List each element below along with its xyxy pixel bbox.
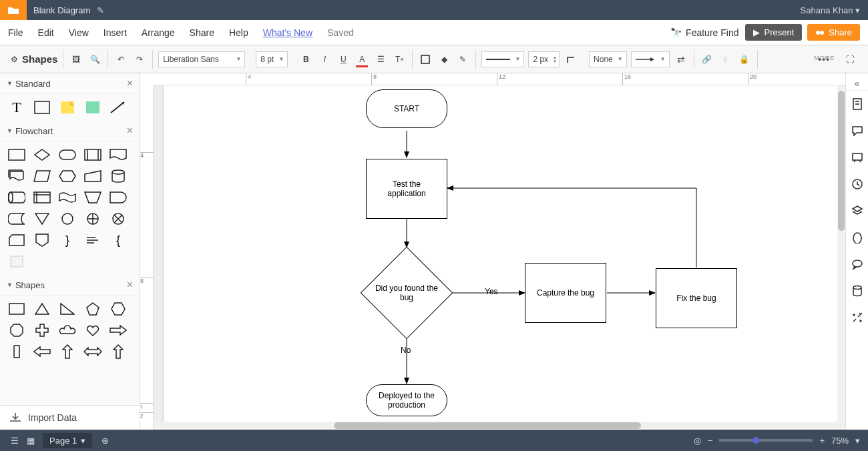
fc-process[interactable] — [7, 147, 27, 163]
fc-connector[interactable] — [57, 211, 77, 227]
fc-offpage[interactable] — [32, 232, 52, 248]
undo-button[interactable]: ↶ — [114, 52, 128, 67]
sh-cloud[interactable] — [57, 322, 77, 338]
collapse-right-panel[interactable]: « — [846, 76, 869, 91]
menu-share[interactable]: Share — [190, 27, 214, 38]
line-width-stepper[interactable]: 2 px — [528, 51, 560, 67]
menu-file[interactable]: File — [8, 27, 23, 38]
magnet-button[interactable]: ⩉ — [718, 52, 733, 67]
present-button[interactable]: ▶ Present — [745, 24, 802, 41]
shapes-panel-toggle[interactable]: Shapes — [22, 53, 57, 65]
shape-text[interactable]: T — [7, 99, 27, 115]
scrollbar-vertical[interactable] — [837, 85, 845, 422]
zoom-reset-icon[interactable]: ◎ — [694, 436, 701, 446]
close-icon[interactable]: × — [127, 279, 133, 291]
panel-head-flowchart[interactable]: ▼ Flowchart × — [0, 121, 140, 141]
insert-image-button[interactable]: 🖼 — [69, 52, 83, 67]
panel-head-shapes[interactable]: ▼ Shapes × — [0, 275, 140, 296]
align-button[interactable]: ☰ — [373, 52, 388, 67]
fc-manual-op[interactable] — [83, 189, 103, 205]
fc-swatch[interactable] — [7, 254, 27, 270]
sh-right-arrow[interactable] — [108, 322, 128, 338]
fc-paper-tape[interactable] — [57, 189, 77, 205]
scrollbar-horizontal[interactable] — [154, 422, 845, 430]
node-fix[interactable]: Fix the bug — [656, 268, 737, 328]
fc-manual-input[interactable] — [83, 168, 103, 184]
drawing-page[interactable]: START Test the application Did you found… — [164, 85, 845, 430]
shape-line-arrow[interactable] — [108, 99, 128, 115]
fc-delay[interactable] — [108, 189, 128, 205]
fc-brace-left[interactable]: { — [108, 232, 128, 248]
shape-note[interactable] — [57, 99, 77, 115]
fc-document[interactable] — [108, 147, 128, 163]
fc-or[interactable] — [83, 211, 103, 227]
sh-up-arrow2[interactable] — [108, 344, 128, 360]
bold-button[interactable]: B — [298, 52, 313, 67]
sh-heart[interactable] — [83, 322, 103, 338]
home-folder-button[interactable] — [0, 0, 27, 20]
fc-internal-storage[interactable] — [32, 189, 52, 205]
add-page-button[interactable]: ⊕ — [101, 436, 109, 446]
line-corner-button[interactable] — [564, 52, 578, 67]
fc-hexagon[interactable] — [57, 168, 77, 184]
fc-stored-data[interactable] — [7, 211, 27, 227]
feature-find-button[interactable]: 🔭 Feature Find — [670, 27, 738, 38]
whats-new-link[interactable]: What's New — [263, 27, 312, 38]
sh-pentagon[interactable] — [83, 301, 103, 317]
more-menu[interactable]: ••• MORE — [818, 55, 831, 64]
close-icon[interactable]: × — [127, 77, 133, 89]
link-button[interactable]: 🔗 — [700, 52, 714, 67]
fc-brace-right[interactable]: } — [57, 232, 77, 248]
sh-hexagon2[interactable] — [108, 301, 128, 317]
menu-edit[interactable]: Edit — [38, 27, 54, 38]
zoom-in-button[interactable]: + — [819, 436, 825, 446]
sh-bracket-shape[interactable] — [7, 344, 27, 360]
import-data-button[interactable]: Import Data — [0, 405, 140, 430]
menu-arrange[interactable]: Arrange — [142, 27, 175, 38]
fc-direct-data[interactable] — [7, 189, 27, 205]
clear-format-button[interactable]: T× — [392, 52, 407, 67]
arrow-end-select[interactable] — [631, 51, 670, 67]
fc-terminator[interactable] — [57, 147, 77, 163]
panel-head-standard[interactable]: ▼ Standard × — [0, 73, 140, 94]
text-color-button[interactable]: A — [355, 52, 369, 67]
rs-actions[interactable] — [846, 304, 869, 331]
rs-themes[interactable] — [846, 224, 869, 251]
arrow-start-select[interactable]: None — [589, 51, 627, 67]
swap-ends-button[interactable]: ⇄ — [674, 52, 688, 67]
fc-data[interactable] — [32, 168, 52, 184]
shape-block[interactable] — [32, 99, 52, 115]
fc-card[interactable] — [7, 232, 27, 248]
share-button[interactable]: Share — [807, 24, 860, 41]
node-test[interactable]: Test the application — [366, 159, 447, 219]
fc-merge[interactable] — [32, 211, 52, 227]
sh-double-arrow[interactable] — [83, 344, 103, 360]
rs-layers[interactable] — [846, 197, 869, 224]
fc-database[interactable] — [108, 168, 128, 184]
lock-button[interactable]: 🔒 — [737, 52, 752, 67]
font-size-select[interactable]: 8 pt — [256, 51, 288, 67]
shape-hotspot[interactable] — [83, 99, 103, 115]
rs-data[interactable] — [846, 278, 869, 304]
rs-comments[interactable] — [846, 117, 869, 144]
rename-icon[interactable]: ✎ — [97, 5, 104, 15]
node-capture[interactable]: Capture the bug — [525, 263, 606, 323]
fullscreen-button[interactable]: ⛶ — [843, 52, 857, 67]
find-button[interactable]: 🔍 — [87, 52, 102, 67]
canvas[interactable]: START Test the application Did you found… — [154, 85, 845, 430]
zoom-out-button[interactable]: − — [708, 436, 713, 446]
redo-button[interactable]: ↷ — [132, 52, 147, 67]
sh-left-arrow[interactable] — [32, 344, 52, 360]
document-title[interactable]: Blank Diagram — [33, 5, 90, 15]
account-menu[interactable]: Sahana Khan ▾ — [801, 5, 860, 15]
fc-predefined[interactable] — [83, 147, 103, 163]
sh-up-arrow[interactable] — [57, 344, 77, 360]
menu-insert[interactable]: Insert — [103, 27, 127, 38]
fc-sum[interactable] — [108, 211, 128, 227]
line-style-select[interactable] — [481, 51, 524, 67]
fc-multidoc[interactable] — [7, 168, 27, 184]
sh-cross[interactable] — [32, 322, 52, 338]
grid-view-icon[interactable]: ▦ — [27, 436, 35, 446]
sh-octagon[interactable] — [7, 322, 27, 338]
shape-border-button[interactable] — [418, 52, 433, 67]
